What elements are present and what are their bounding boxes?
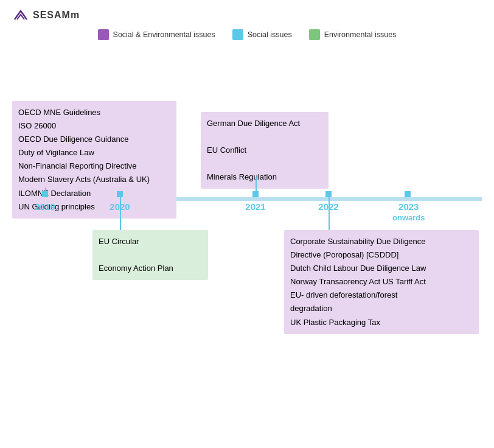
box-2019: OECD MNE Guidelines ISO 26000 OECD Due D… — [12, 101, 176, 219]
box-2022-line-1: Corporate Sustainability Due Diligence — [290, 235, 473, 248]
marker-2023 — [405, 191, 411, 197]
label-2021: 2021 — [245, 201, 265, 212]
label-2023: 2023onwards — [392, 201, 425, 222]
box-2020-line-1: EU Circular — [99, 235, 202, 248]
box-2019-line-7: ILOMNE Declaration — [18, 187, 170, 200]
timeline-container: OECD MNE Guidelines ISO 26000 OECD Due D… — [0, 46, 494, 411]
box-2022: Corporate Sustainability Due Diligence D… — [284, 230, 479, 334]
legend-social-env: Social & Environmental issues — [98, 29, 215, 40]
legend-social-env-label: Social & Environmental issues — [113, 30, 215, 39]
legend-social-label: Social issues — [248, 30, 292, 39]
marker-2022 — [325, 191, 332, 197]
box-2019-line-5: Non-Financial Reporting Directive — [18, 159, 170, 173]
legend-purple-box — [98, 29, 109, 40]
box-2019-line-4: Duty of Vigilance Law — [18, 146, 170, 159]
label-2019: 2019 — [35, 201, 55, 212]
box-2022-line-7: UK Plastic Packaging Tax — [290, 316, 473, 329]
box-2022-line-4: Norway Transaorency Act US Tariff Act — [290, 275, 473, 289]
box-2021: German Due Diligence Act EU Conflict Min… — [201, 112, 329, 189]
box-2019-line-3: OECD Due Diligence Guidance — [18, 133, 170, 146]
v-line-2021 — [256, 177, 257, 191]
logo-icon — [12, 9, 29, 22]
label-2020: 2020 — [110, 201, 130, 212]
box-2021-line-4 — [207, 157, 322, 170]
legend-green-box — [309, 29, 320, 40]
box-2021-line-3: EU Conflict — [207, 144, 322, 157]
logo-area: SESAMm — [0, 0, 494, 26]
box-2022-line-3: Dutch Child Labour Due Diligence Law — [290, 262, 473, 275]
legend-env: Environmental issues — [309, 29, 397, 40]
box-2021-line-5: Minerals Regulation — [207, 170, 322, 184]
v-line-down-2020 — [120, 195, 121, 230]
box-2022-line-5: EU- driven deforestation/forest — [290, 289, 473, 302]
box-2021-line-2 — [207, 130, 322, 144]
label-2022: 2022 — [318, 201, 338, 212]
box-2019-line-6: Modern Slavery Acts (Australia & UK) — [18, 173, 170, 186]
box-2022-line-6: degradation — [290, 302, 473, 315]
box-2019-line-1: OECD MNE Guidelines — [18, 106, 170, 119]
marker-2019 — [42, 191, 48, 197]
marker-2020 — [117, 191, 123, 197]
legend-blue-box — [232, 29, 243, 40]
box-2020-line-3: Economy Action Plan — [99, 262, 202, 275]
box-2021-line-1: German Due Diligence Act — [207, 117, 322, 130]
box-2020-line-2 — [99, 248, 202, 262]
legend-env-label: Environmental issues — [324, 30, 397, 39]
logo-text: SESAMm — [33, 10, 80, 21]
legend: Social & Environmental issues Social iss… — [0, 29, 494, 40]
box-2019-line-2: ISO 26000 — [18, 119, 170, 133]
marker-2021 — [252, 191, 259, 197]
v-line-down-2022 — [329, 195, 330, 230]
box-2020: EU Circular Economy Action Plan — [92, 230, 208, 280]
box-2022-line-2: Directive (Poroposal) [CSDDD] — [290, 248, 473, 262]
legend-social: Social issues — [232, 29, 292, 40]
